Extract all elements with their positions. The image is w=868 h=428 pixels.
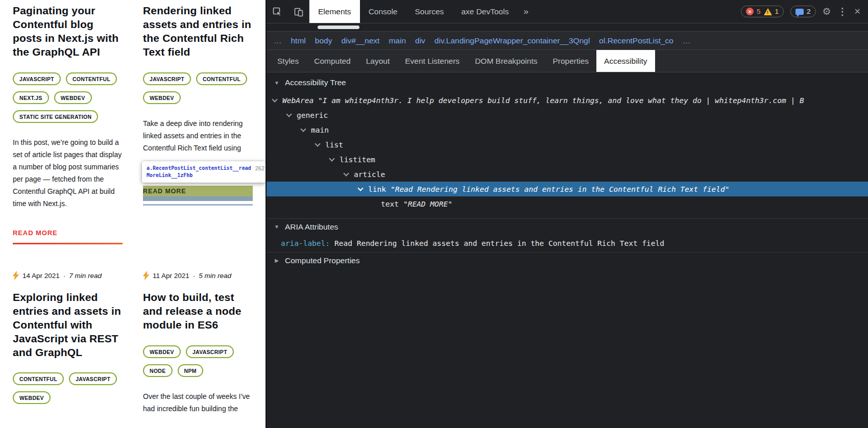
ax-name: "I am whitep4nth3r. I help developers bu… <box>318 96 804 105</box>
highlighted-element[interactable]: READ MORE <box>143 186 253 206</box>
dom-breadcrumbs: … html body div#__next main div div.Land… <box>267 32 868 50</box>
tag-pill[interactable]: NEXT.JS <box>13 91 49 104</box>
blog-card: Rendering linked assets and entries in t… <box>143 4 253 154</box>
chevron-down-icon[interactable] <box>329 156 334 161</box>
triangle-collapsed-icon: ▶ <box>274 258 280 263</box>
breadcrumb-div[interactable]: div <box>415 36 425 45</box>
chevron-down-icon[interactable] <box>343 170 349 176</box>
breadcrumb-div-next[interactable]: div#__next <box>341 36 379 45</box>
accessibility-tree: WebArea "I am whitep4nth3r. I help devel… <box>267 91 868 218</box>
tab-properties[interactable]: Properties <box>545 50 596 72</box>
device-toolbar-button[interactable] <box>288 0 309 23</box>
tag-pill[interactable]: JAVASCRIPT <box>143 72 191 85</box>
meta-separator: · <box>63 272 66 280</box>
read-more-link[interactable]: READ MORE <box>13 229 123 237</box>
lightning-icon <box>13 271 19 280</box>
breadcrumb-landing-wrapper[interactable]: div.LandingPageWrapper_container__3Qngl <box>435 36 590 45</box>
tag-list: JAVASCRIPT CONTENTFUL NEXT.JS WEBDEV STA… <box>13 72 123 123</box>
tab-accessibility[interactable]: Accessibility <box>596 50 655 72</box>
post-meta: 11 Apr 2021 · 5 min read <box>143 271 253 280</box>
tag-pill[interactable]: STATIC SITE GENERATION <box>13 110 98 123</box>
tag-pill[interactable]: CONTENTFUL <box>196 72 247 85</box>
tab-elements[interactable]: Elements <box>309 0 360 23</box>
tag-pill[interactable]: NPM <box>178 364 203 377</box>
breadcrumb-body[interactable]: body <box>315 36 332 45</box>
device-toolbar-icon <box>294 7 304 17</box>
tab-computed[interactable]: Computed <box>306 50 358 72</box>
tag-pill[interactable]: JAVASCRIPT <box>69 372 117 385</box>
warning-icon: ! <box>764 8 772 15</box>
tag-pill[interactable]: CONTENTFUL <box>66 72 117 85</box>
post-title[interactable]: Paginating your Contentful blog posts in… <box>13 4 123 59</box>
tag-pill[interactable]: WEBDEV <box>143 345 181 358</box>
ax-node-article[interactable]: article <box>267 167 868 182</box>
breadcrumb-overflow[interactable]: … <box>274 36 282 45</box>
breadcrumb-recent-post-list[interactable]: ol.RecentPostList_co <box>599 36 673 45</box>
ax-node-main[interactable]: main <box>267 122 868 137</box>
console-status-badges[interactable]: ✕ 5 ! 1 <box>741 6 784 17</box>
close-icon[interactable]: ✕ <box>854 7 861 16</box>
ax-role: text <box>381 200 399 208</box>
tab-axe-devtools[interactable]: axe DevTools <box>452 0 517 23</box>
computed-properties-section-header[interactable]: ▶ Computed Properties <box>267 252 868 268</box>
toolbar-right-controls: ✕ 5 ! 1 2 ⚙ ⋮ ✕ <box>741 0 868 23</box>
chevron-down-icon[interactable] <box>315 141 320 146</box>
ax-node-webarea[interactable]: WebArea "I am whitep4nth3r. I help devel… <box>267 93 868 108</box>
tab-styles[interactable]: Styles <box>270 50 306 72</box>
issues-count: 2 <box>807 8 811 15</box>
aria-label-row[interactable]: aria-label: Read Rendering linked assets… <box>267 235 868 252</box>
tag-pill[interactable]: NODE <box>143 364 173 377</box>
post-title[interactable]: Exploring linked entries and assets in C… <box>13 291 123 359</box>
read-more-link[interactable]: READ MORE <box>143 188 186 195</box>
tab-layout[interactable]: Layout <box>358 50 398 72</box>
chevron-down-icon[interactable] <box>272 96 277 102</box>
post-meta: 14 Apr 2021 · 7 min read <box>13 271 123 280</box>
ax-node-text[interactable]: text "READ MORE" <box>267 196 868 211</box>
section-title: Accessibility Tree <box>285 78 346 87</box>
lightning-icon <box>143 271 149 280</box>
tab-console[interactable]: Console <box>360 0 406 23</box>
ax-node-link-selected[interactable]: link "Read Rendering linked assets and e… <box>267 182 868 196</box>
tooltip-selector: a.RecentPostList_contentList__read <box>147 165 251 172</box>
inspect-element-button[interactable] <box>267 0 288 23</box>
post-date: 11 Apr 2021 <box>153 272 189 280</box>
post-date: 14 Apr 2021 <box>22 272 60 280</box>
tab-sources[interactable]: Sources <box>406 0 453 23</box>
kebab-menu-icon[interactable]: ⋮ <box>838 6 848 17</box>
ax-node-list[interactable]: list <box>267 137 868 152</box>
tab-dom-breakpoints[interactable]: DOM Breakpoints <box>467 50 545 72</box>
more-tabs-button[interactable]: » <box>517 0 534 23</box>
accessibility-tree-section-header[interactable]: ▼ Accessibility Tree <box>267 74 868 91</box>
chevron-down-icon[interactable] <box>300 126 306 132</box>
tab-event-listeners[interactable]: Event Listeners <box>397 50 467 72</box>
devtools-window: Elements Console Sources axe DevTools » … <box>266 0 868 428</box>
aria-attributes-section-header[interactable]: ▼ ARIA Attributes <box>267 218 868 235</box>
ax-node-listitem[interactable]: listitem <box>267 152 868 167</box>
post-title[interactable]: How to build, test and release a node mo… <box>143 291 253 332</box>
ax-role: listitem <box>340 156 375 164</box>
read-time: 7 min read <box>69 272 102 280</box>
chevron-down-icon[interactable] <box>286 111 292 117</box>
highlight-underline <box>143 204 253 206</box>
breadcrumb-main[interactable]: main <box>389 36 406 45</box>
tag-pill[interactable]: JAVASCRIPT <box>186 345 234 358</box>
blog-card: Paginating your Contentful blog posts in… <box>13 4 123 244</box>
tag-pill[interactable]: WEBDEV <box>54 91 92 104</box>
error-icon: ✕ <box>746 8 754 15</box>
tag-list: CONTENTFUL JAVASCRIPT WEBDEV <box>13 372 123 404</box>
chevron-down-icon[interactable] <box>357 185 363 191</box>
tag-pill[interactable]: JAVASCRIPT <box>13 72 61 85</box>
breadcrumb-overflow[interactable]: … <box>683 36 691 45</box>
section-title: Computed Properties <box>285 256 359 265</box>
ax-node-generic[interactable]: generic <box>267 108 868 122</box>
post-title[interactable]: Rendering linked assets and entries in t… <box>143 4 253 59</box>
tag-pill[interactable]: CONTENTFUL <box>13 372 64 385</box>
issues-badge[interactable]: 2 <box>790 6 816 17</box>
ax-role: generic <box>297 111 328 119</box>
horizontal-scrollbar[interactable] <box>318 26 359 29</box>
tag-pill[interactable]: WEBDEV <box>143 91 181 104</box>
tag-pill[interactable]: WEBDEV <box>13 391 51 404</box>
settings-gear-icon[interactable]: ⚙ <box>823 6 831 17</box>
breadcrumb-html[interactable]: html <box>291 36 306 45</box>
section-title: ARIA Attributes <box>285 222 338 232</box>
